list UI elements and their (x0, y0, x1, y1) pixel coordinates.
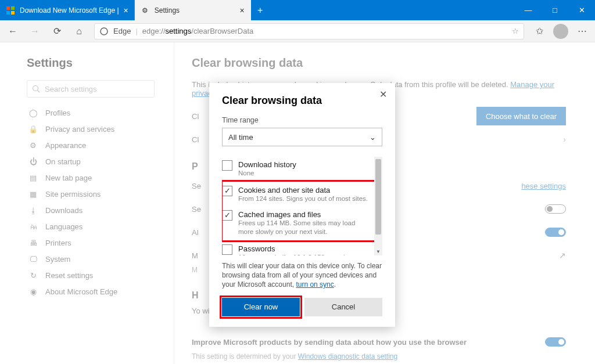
refresh-button[interactable]: ⟳ (46, 22, 67, 41)
time-range-select[interactable]: All time ⌄ (222, 128, 382, 146)
svg-rect-3 (11, 11, 15, 15)
option-desc: None (238, 169, 296, 178)
option-title: Cached images and files (238, 210, 372, 219)
url-input[interactable]: Edge | edge://settings/clearBrowserData … (94, 23, 524, 39)
edge-icon (99, 27, 109, 36)
checkbox[interactable] (222, 210, 232, 221)
tab-settings[interactable]: ⚙ Settings × (135, 0, 251, 20)
option-passwords[interactable]: Passwords10 passwords (for 10.1.2.158, g… (222, 241, 382, 255)
favorite-icon[interactable]: ☆ (512, 27, 519, 35)
tab-label: Download New Microsoft Edge | (20, 6, 119, 15)
option-cached-images-and-files[interactable]: Cached images and filesFrees up 114 MB. … (222, 207, 382, 240)
minimize-button[interactable]: — (515, 0, 542, 20)
clear-now-button[interactable]: Clear now (222, 298, 300, 316)
favorites-button[interactable]: ✩ (529, 22, 550, 41)
scrollbar[interactable]: ▼ (374, 157, 382, 255)
options-list: ▼ Download historyNoneCookies and other … (222, 157, 382, 255)
close-tab-icon[interactable]: × (124, 6, 128, 15)
close-tab-icon[interactable]: × (240, 6, 245, 15)
profile-avatar[interactable] (553, 24, 568, 39)
home-button[interactable]: ⌂ (69, 22, 89, 41)
cancel-button[interactable]: Cancel (304, 298, 382, 316)
option-title: Passwords (238, 244, 372, 253)
gear-icon: ⚙ (141, 6, 150, 15)
checkbox[interactable] (222, 160, 232, 171)
highlighted-options: Cookies and other site dataFrom 124 site… (222, 181, 382, 241)
url-text: edge://settings/clearBrowserData (142, 27, 254, 35)
option-download-history[interactable]: Download historyNone (222, 157, 382, 181)
back-button[interactable]: ← (2, 22, 23, 41)
chevron-down-icon: ⌄ (370, 133, 376, 142)
title-bar: Download New Microsoft Edge | × ⚙ Settin… (0, 0, 595, 20)
checkbox[interactable] (222, 186, 232, 196)
dialog-title: Clear browsing data (222, 95, 382, 107)
clear-browsing-data-dialog: ✕ Clear browsing data Time range All tim… (209, 83, 395, 327)
option-desc: 10 passwords (for 10.1.2.158, google.com… (238, 253, 372, 255)
dialog-close-button[interactable]: ✕ (379, 89, 387, 100)
svg-rect-0 (6, 6, 10, 10)
scrollbar-thumb[interactable] (375, 159, 381, 235)
option-title: Cookies and other site data (238, 186, 368, 194)
checkbox[interactable] (222, 244, 232, 255)
option-cookies-and-other-site-data[interactable]: Cookies and other site dataFrom 124 site… (222, 182, 382, 207)
option-desc: Frees up 114 MB. Some sites may load mor… (238, 219, 372, 236)
new-tab-button[interactable]: + (251, 0, 270, 20)
ms-logo-icon (6, 6, 15, 15)
menu-button[interactable]: ⋯ (572, 22, 593, 41)
svg-rect-1 (11, 6, 15, 10)
option-title: Download history (238, 160, 296, 169)
edge-label: Edge (113, 27, 131, 35)
forward-button: → (24, 22, 45, 41)
scroll-down-icon[interactable]: ▼ (374, 249, 382, 254)
dialog-note: This will clear your data on this device… (222, 261, 382, 290)
maximize-button[interactable]: □ (542, 0, 568, 20)
tab-download-edge[interactable]: Download New Microsoft Edge | × (0, 0, 135, 20)
svg-rect-2 (6, 11, 10, 15)
separator: | (135, 27, 137, 35)
address-bar: ← → ⟳ ⌂ Edge | edge://settings/clearBrow… (0, 20, 595, 42)
svg-point-4 (101, 28, 107, 35)
time-range-label: Time range (222, 116, 382, 124)
window-close-button[interactable]: ✕ (568, 0, 595, 20)
option-desc: From 124 sites. Signs you out of most si… (238, 194, 368, 203)
turn-on-sync-link[interactable]: turn on sync (296, 280, 334, 289)
tab-label: Settings (155, 6, 180, 15)
